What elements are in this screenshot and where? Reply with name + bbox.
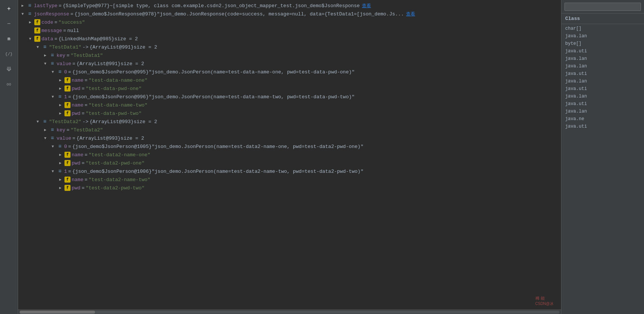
var-equals: = [68,94,71,100]
toggle-arrow[interactable]: ▼ [20,11,26,17]
var-name: name [72,177,83,183]
search-bar [561,0,644,14]
var-value: null [67,28,79,34]
toggle-arrow[interactable]: ▶ [20,3,26,9]
right-panel-list: char[]java.lanbyte[]java.utijava.lanjava… [561,24,644,314]
plus-icon[interactable]: + [2,2,16,16]
toggle-arrow[interactable]: ▶ [57,177,63,183]
tree-row[interactable]: ▼1 = {json_demo$JsonPerson@996} "json_de… [18,93,561,101]
brace-icon[interactable]: {/} [2,47,16,61]
tree-row[interactable]: ▶fpwd = "test-data2-pwd-one" [18,159,561,167]
toggle-arrow[interactable]: ▶ [57,102,63,108]
step-over-icon[interactable]: ⟱ [2,62,16,76]
tree-row[interactable]: ▼value = {ArrayList@991} size = 2 [18,59,561,68]
tree-row[interactable]: ▼1 = {json_demo$JsonPerson@1006} "json_d… [18,167,561,175]
minus-icon[interactable]: − [2,17,16,31]
var-description: ~[simple type, class com.example.csdn2.j… [110,3,371,9]
var-value: "test-data2-pwd-two" [86,185,144,191]
tree-row[interactable]: ▼"TestData1" -> {ArrayList@991} size = 2 [18,43,561,51]
tree-row[interactable]: ▼"TestData2" -> {ArrayList@993} size = 2 [18,117,561,126]
toggle-arrow[interactable]: ▶ [27,19,33,25]
toggle-arrow[interactable]: ▼ [27,36,33,42]
tree-row[interactable]: fmessage = null [18,26,561,35]
var-equals: = [81,185,84,191]
toggle-arrow[interactable]: ▶ [57,110,63,116]
right-panel-item[interactable]: java.uti [561,47,644,55]
field-icon: f [64,152,71,158]
var-description: size = 2 [114,36,138,42]
var-equals: = [66,53,69,58]
search-input[interactable] [564,3,641,11]
toggle-arrow[interactable]: ▶ [42,127,48,133]
tree-row[interactable]: ▼fdata = {LinkedHashMap@985} size = 2 [18,35,561,43]
var-equals: -> [83,119,89,125]
right-panel-header: Class [561,14,644,24]
toggle-arrow[interactable]: ▶ [57,152,63,158]
toggle-arrow[interactable]: ▼ [50,168,56,174]
right-panel-item[interactable]: java.lan [561,62,644,70]
toggle-arrow[interactable]: ▼ [42,135,48,141]
view-link[interactable]: 查看 [406,11,415,17]
var-equals: = [84,177,87,183]
view-link[interactable]: 查看 [362,3,371,9]
scrollbar-thumb[interactable] [20,311,95,314]
right-panel-item[interactable]: java.uti [561,100,644,108]
list-icon [49,52,55,58]
toggle-arrow[interactable]: ▼ [50,143,56,149]
right-panel-item[interactable]: byte[] [561,40,644,47]
right-panel-item[interactable]: java.lan [561,108,644,115]
toggle-arrow[interactable]: ▶ [42,52,48,58]
var-value: "test-data2-name-two" [89,177,150,183]
glasses-icon[interactable]: oo [2,78,16,91]
toggle-arrow[interactable]: ▼ [50,94,56,100]
toggle-arrow[interactable]: ▼ [35,44,41,50]
tree-row[interactable]: ▶fname = "test-data-name-one" [18,76,561,84]
list-icon [57,168,63,174]
var-value: "test-data-name-two" [89,102,147,108]
toggle-arrow[interactable]: ▶ [57,160,63,166]
tree-row[interactable]: ▶fname = "test-data2-name-two" [18,175,561,184]
horizontal-scrollbar[interactable] [18,309,561,314]
tree-row[interactable]: ▶fpwd = "test-data-pwd-one" [18,84,561,93]
list-icon [42,119,48,125]
var-value: "TestData2" [71,127,103,133]
tree-row[interactable]: ▶fname = "test-data-name-two" [18,101,561,109]
tree-row[interactable]: ▶fcode = "success" [18,18,561,26]
tree-row[interactable]: ▶fpwd = "test-data-pwd-two" [18,109,561,117]
tree-row[interactable]: ▶key = "TestData2" [18,126,561,134]
tree-row[interactable]: ▶key = "TestData1" [18,51,561,59]
var-value: {json_demo$JsonPerson@1006} [72,169,152,174]
tree-row[interactable]: ▼0 = {json_demo$JsonPerson@1005} "json_d… [18,142,561,151]
right-panel-item[interactable]: char[] [561,25,644,32]
toggle-arrow[interactable]: ▶ [57,85,63,91]
right-panel-item[interactable]: java.lan [561,93,644,100]
right-panel-item[interactable]: java.lan [561,78,644,85]
toggle-arrow[interactable]: ▶ [57,77,63,83]
field-icon: f [64,77,71,83]
right-panel-item[interactable]: java.uti [561,70,644,78]
right-panel-item[interactable]: java.uti [561,123,644,130]
tree-row[interactable]: ▶lastType = {SimpleType@977} ~[simple ty… [18,2,561,10]
right-panel-item[interactable]: java.lan [561,32,644,40]
toggle-arrow[interactable]: ▶ [57,185,63,191]
list-icon [27,11,33,17]
right-panel-item[interactable]: java.ne [561,115,644,123]
right-panel-item[interactable]: java.lan [561,55,644,62]
right-panel-item[interactable]: java.uti [561,85,644,93]
var-equals: = [68,169,71,174]
var-value: {json_demo$JsonPerson@996} [72,94,149,100]
debug-tree[interactable]: ▶lastType = {SimpleType@977} ~[simple ty… [18,0,561,309]
var-name: key [57,53,65,58]
main-area: ▶lastType = {SimpleType@977} ~[simple ty… [18,0,561,314]
toggle-arrow[interactable]: ▼ [50,69,56,75]
tree-row[interactable]: ▼0 = {json_demo$JsonPerson@995} "json_de… [18,68,561,76]
var-name: lastType [34,3,57,9]
tree-row[interactable]: ▶fname = "test-data2-name-one" [18,151,561,159]
toggle-arrow[interactable]: ▼ [42,61,48,67]
list-icon [49,135,55,141]
tree-row[interactable]: ▼value = {ArrayList@993} size = 2 [18,134,561,142]
tree-row[interactable]: ▼jsonResponse = {json_demo$JsonResponse@… [18,10,561,18]
tree-row[interactable]: ▶fpwd = "test-data2-pwd-two" [18,184,561,192]
m-icon[interactable]: m [2,32,16,46]
toggle-arrow[interactable]: ▼ [35,119,41,125]
